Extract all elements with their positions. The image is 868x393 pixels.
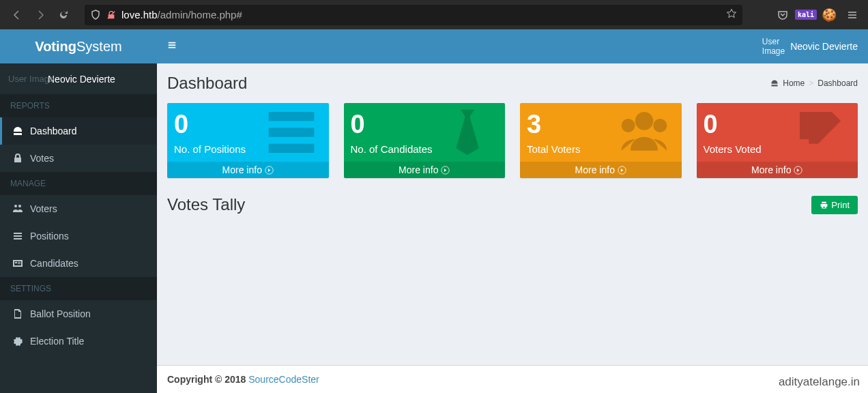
print-button[interactable]: Print	[811, 196, 858, 214]
kali-extension-icon[interactable]: kali	[796, 5, 816, 25]
content-header: Dashboard Home > Dashboard	[157, 63, 868, 93]
browser-right-icons: kali 🍪	[772, 5, 863, 25]
stat-boxes: 0 No. of Positions More info 0 No. of Ca…	[157, 93, 868, 188]
sidebar-item-ballot[interactable]: Ballot Position	[0, 300, 157, 328]
watermark: adityatelange.in	[779, 375, 860, 389]
sidebar-user-panel: User Image Neovic Devierte	[0, 63, 157, 94]
url-text: love.htb/admin/home.php#	[121, 9, 726, 20]
footer-copyright: Copyright © 2018	[167, 374, 248, 385]
user-image-placeholder: User Image	[8, 74, 54, 84]
shield-icon	[90, 10, 101, 20]
menu-button[interactable]	[842, 5, 863, 25]
sidebar-item-voters[interactable]: Voters	[0, 195, 157, 222]
tally-header: Votes Tally Print	[157, 195, 868, 214]
sidebar-item-label: Positions	[30, 231, 69, 242]
stat-voters: 3 Total Voters More info	[520, 103, 682, 178]
footer: Copyright © 2018 SourceCodeSter	[157, 365, 868, 393]
sidebar: VotingSystem User Image Neovic Devierte …	[0, 29, 157, 393]
list-icon	[12, 231, 23, 242]
stat-label: No. of Positions	[174, 143, 322, 155]
file-icon	[12, 308, 23, 319]
sidebar-item-label: Candidates	[30, 258, 78, 269]
lock-icon	[12, 153, 23, 164]
sidebar-item-label: Election Title	[30, 336, 84, 347]
stat-voted: 0 Voters Voted More info	[697, 103, 858, 178]
sidebar-item-votes[interactable]: Votes	[0, 145, 157, 172]
pocket-icon[interactable]	[772, 5, 793, 25]
bookmark-star-icon[interactable]	[726, 8, 737, 21]
sidebar-item-label: Dashboard	[30, 126, 77, 136]
sidebar-section-reports: REPORTS	[0, 94, 157, 117]
navbar-user-name: Neovic Devierte	[790, 41, 858, 53]
sidebar-toggle[interactable]	[167, 40, 177, 53]
sidebar-item-label: Voters	[30, 203, 57, 214]
sidebar-item-dashboard[interactable]: Dashboard	[0, 117, 157, 145]
app-frame: VotingSystem User Image Neovic Devierte …	[0, 29, 868, 393]
navbar-user[interactable]: User Image Neovic Devierte	[762, 37, 858, 57]
users-icon	[12, 203, 23, 214]
browser-toolbar: love.htb/admin/home.php# kali 🍪	[0, 0, 868, 29]
sidebar-user-name: Neovic Devierte	[48, 74, 115, 85]
stat-label: No. of Candidates	[351, 143, 499, 155]
stat-value: 0	[174, 110, 322, 139]
stat-value: 0	[704, 110, 852, 139]
sidebar-item-candidates[interactable]: Candidates	[0, 250, 157, 277]
cookie-extension-icon[interactable]: 🍪	[819, 5, 839, 25]
arrow-circle-icon	[794, 166, 802, 175]
forward-button[interactable]	[29, 5, 52, 25]
arrow-circle-icon	[441, 166, 450, 175]
top-navbar: User Image Neovic Devierte	[157, 29, 868, 63]
dashboard-icon	[770, 79, 779, 87]
print-icon	[820, 201, 828, 209]
sidebar-section-manage: MANAGE	[0, 172, 157, 195]
stat-value: 0	[351, 110, 499, 139]
insecure-lock-icon	[106, 10, 116, 20]
id-card-icon	[12, 258, 23, 269]
reload-button[interactable]	[52, 5, 75, 25]
stat-more-link[interactable]: More info	[520, 162, 682, 178]
arrow-circle-icon	[618, 166, 626, 175]
sidebar-item-label: Ballot Position	[30, 308, 91, 319]
stat-candidates: 0 No. of Candidates More info	[344, 103, 506, 178]
stat-label: Total Voters	[527, 143, 675, 155]
stat-value: 3	[527, 110, 675, 139]
sidebar-section-settings: SETTINGS	[0, 277, 157, 300]
stat-more-link[interactable]: More info	[344, 162, 506, 178]
footer-link[interactable]: SourceCodeSter	[248, 374, 319, 385]
breadcrumb-home[interactable]: Home	[783, 78, 805, 88]
stat-label: Voters Voted	[704, 143, 852, 155]
sidebar-item-election[interactable]: Election Title	[0, 328, 157, 355]
url-bar[interactable]: love.htb/admin/home.php#	[85, 5, 742, 25]
brand-logo[interactable]: VotingSystem	[0, 29, 157, 63]
dashboard-icon	[12, 126, 23, 136]
stat-more-link[interactable]: More info	[697, 162, 858, 178]
stat-more-link[interactable]: More info	[167, 162, 329, 178]
main-content: User Image Neovic Devierte Dashboard Hom…	[157, 29, 868, 393]
page-title: Dashboard	[167, 74, 247, 93]
tally-title: Votes Tally	[167, 195, 245, 214]
arrow-circle-icon	[265, 166, 274, 175]
stat-positions: 0 No. of Positions More info	[167, 103, 329, 178]
sidebar-item-label: Votes	[30, 153, 54, 164]
navbar-user-image: User Image	[762, 37, 785, 57]
gear-icon	[12, 336, 23, 347]
breadcrumb-current: Dashboard	[818, 78, 858, 88]
sidebar-item-positions[interactable]: Positions	[0, 222, 157, 250]
breadcrumb: Home > Dashboard	[770, 78, 858, 88]
breadcrumb-sep: >	[809, 78, 813, 88]
back-button[interactable]	[5, 5, 29, 25]
